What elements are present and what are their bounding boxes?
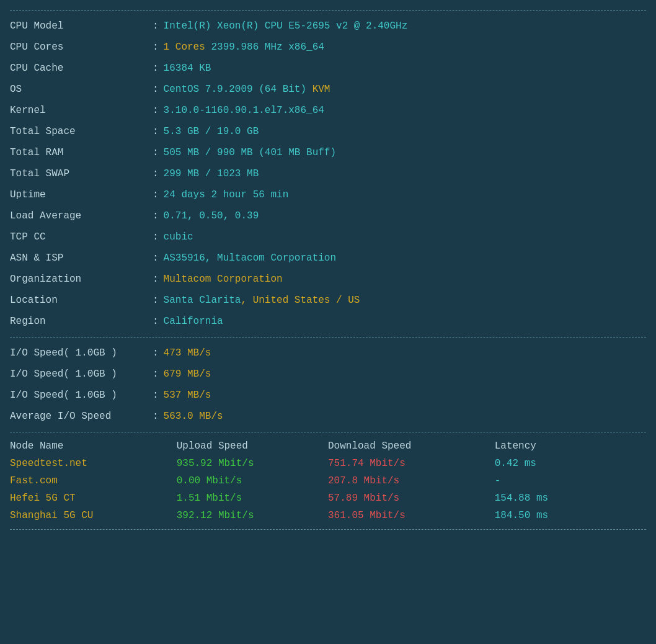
- load-average-value: 0.71, 0.50, 0.39: [164, 208, 259, 223]
- tcp-cc-row: TCP CC : cubic: [10, 226, 646, 248]
- io-speed-2-row: I/O Speed( 1.0GB ) : 679 MB/s: [10, 364, 646, 385]
- upload-speedtest: 935.92 Mbit/s: [177, 455, 328, 472]
- upload-fastcom: 0.00 Mbit/s: [177, 472, 328, 490]
- network-table-header: Node Name Upload Speed Download Speed La…: [10, 437, 646, 455]
- organization-colon: :: [153, 272, 159, 287]
- avg-io-speed-colon: :: [153, 409, 159, 424]
- os-label: OS: [10, 82, 153, 97]
- divider-1: [10, 337, 646, 338]
- region-label: Region: [10, 314, 153, 329]
- io-speed-1-label: I/O Speed( 1.0GB ): [10, 346, 153, 360]
- header-download: Download Speed: [328, 437, 495, 455]
- uptime-value: 24 days 2 hour 56 min: [164, 187, 289, 202]
- kernel-value: 3.10.0-1160.90.1.el7.x86_64: [164, 103, 324, 118]
- total-ram-value: 505 MB / 990 MB (401 MB Buff): [164, 145, 336, 160]
- location-country: , United States / US: [241, 293, 360, 308]
- io-speed-1-colon: :: [153, 346, 159, 360]
- organization-label: Organization: [10, 272, 153, 287]
- latency-shanghai: 184.50 ms: [495, 507, 646, 524]
- total-space-label: Total Space: [10, 124, 153, 139]
- tcp-cc-label: TCP CC: [10, 230, 153, 244]
- asn-isp-row: ASN & ISP : AS35916, Multacom Corporatio…: [10, 248, 646, 269]
- organization-value: Multacom Corporation: [164, 272, 283, 287]
- node-fastcom: Fast.com: [10, 472, 177, 490]
- load-average-label: Load Average: [10, 208, 153, 223]
- cpu-cache-label: CPU Cache: [10, 61, 153, 76]
- cpu-model-row: CPU Model : Intel(R) Xeon(R) CPU E5-2695…: [10, 16, 646, 37]
- asn-isp-value: AS35916, Multacom Corporation: [164, 251, 336, 266]
- avg-io-speed-value: 563.0 MB/s: [164, 409, 223, 424]
- network-row-shanghai: Shanghai 5G CU 392.12 Mbit/s 361.05 Mbit…: [10, 507, 646, 524]
- cpu-cores-label: CPU Cores: [10, 40, 153, 55]
- kernel-row: Kernel : 3.10.0-1160.90.1.el7.x86_64: [10, 100, 646, 121]
- total-ram-colon: :: [153, 145, 159, 160]
- network-section: Node Name Upload Speed Download Speed La…: [10, 437, 646, 524]
- cpu-cores-freq: 2399.986 MHz x86_64: [205, 40, 324, 55]
- io-speed-1-value: 473 MB/s: [164, 346, 211, 360]
- total-swap-colon: :: [153, 166, 159, 181]
- total-space-value: 5.3 GB / 19.0 GB: [164, 124, 259, 139]
- tcp-cc-colon: :: [153, 230, 159, 244]
- network-table: Node Name Upload Speed Download Speed La…: [10, 437, 646, 524]
- asn-isp-colon: :: [153, 251, 159, 266]
- load-average-row: Load Average : 0.71, 0.50, 0.39: [10, 205, 646, 226]
- upload-hefei: 1.51 Mbit/s: [177, 490, 328, 507]
- download-hefei: 57.89 Mbit/s: [328, 490, 495, 507]
- latency-fastcom: -: [495, 472, 646, 490]
- io-speed-3-label: I/O Speed( 1.0GB ): [10, 388, 153, 403]
- cpu-model-label: CPU Model: [10, 19, 153, 34]
- avg-io-speed-label: Average I/O Speed: [10, 409, 153, 424]
- cpu-cores-num: 1 Cores: [164, 40, 205, 55]
- divider-2: [10, 432, 646, 432]
- main-container: CPU Model : Intel(R) Xeon(R) CPU E5-2695…: [0, 0, 656, 540]
- os-value: CentOS 7.9.2009 (64 Bit): [164, 82, 312, 97]
- io-speed-section: I/O Speed( 1.0GB ) : 473 MB/s I/O Speed(…: [10, 342, 646, 427]
- download-fastcom: 207.8 Mbit/s: [328, 472, 495, 490]
- region-row: Region : California: [10, 311, 646, 332]
- tcp-cc-value: cubic: [164, 230, 193, 244]
- total-swap-label: Total SWAP: [10, 166, 153, 181]
- network-row-speedtest: Speedtest.net 935.92 Mbit/s 751.74 Mbit/…: [10, 455, 646, 472]
- region-colon: :: [153, 314, 159, 329]
- system-info-section: CPU Model : Intel(R) Xeon(R) CPU E5-2695…: [10, 16, 646, 332]
- organization-row: Organization : Multacom Corporation: [10, 269, 646, 290]
- avg-io-speed-row: Average I/O Speed : 563.0 MB/s: [10, 406, 646, 427]
- location-label: Location: [10, 293, 153, 308]
- load-average-colon: :: [153, 208, 159, 223]
- uptime-colon: :: [153, 187, 159, 202]
- node-speedtest: Speedtest.net: [10, 455, 177, 472]
- total-ram-label: Total RAM: [10, 145, 153, 160]
- location-row: Location : Santa Clarita , United States…: [10, 290, 646, 311]
- io-speed-2-label: I/O Speed( 1.0GB ): [10, 367, 153, 382]
- total-swap-row: Total SWAP : 299 MB / 1023 MB: [10, 163, 646, 184]
- kernel-colon: :: [153, 103, 159, 118]
- total-space-colon: :: [153, 124, 159, 139]
- download-speedtest: 751.74 Mbit/s: [328, 455, 495, 472]
- cpu-cores-colon: :: [153, 40, 159, 55]
- io-speed-3-colon: :: [153, 388, 159, 403]
- cpu-model-value: Intel(R) Xeon(R) CPU E5-2695 v2 @ 2.40GH…: [164, 19, 408, 34]
- network-row-fastcom: Fast.com 0.00 Mbit/s 207.8 Mbit/s -: [10, 472, 646, 490]
- location-colon: :: [153, 293, 159, 308]
- node-shanghai: Shanghai 5G CU: [10, 507, 177, 524]
- io-speed-3-row: I/O Speed( 1.0GB ) : 537 MB/s: [10, 385, 646, 406]
- cpu-cache-value: 16384 KB: [164, 61, 211, 76]
- cpu-cache-colon: :: [153, 61, 159, 76]
- latency-hefei: 154.88 ms: [495, 490, 646, 507]
- download-shanghai: 361.05 Mbit/s: [328, 507, 495, 524]
- cpu-cache-row: CPU Cache : 16384 KB: [10, 58, 646, 79]
- os-row: OS : CentOS 7.9.2009 (64 Bit) KVM: [10, 79, 646, 100]
- latency-speedtest: 0.42 ms: [495, 455, 646, 472]
- header-upload: Upload Speed: [177, 437, 328, 455]
- io-speed-3-value: 537 MB/s: [164, 388, 211, 403]
- location-city: Santa Clarita: [164, 293, 241, 308]
- network-row-hefei: Hefei 5G CT 1.51 Mbit/s 57.89 Mbit/s 154…: [10, 490, 646, 507]
- header-node: Node Name: [10, 437, 177, 455]
- kernel-label: Kernel: [10, 103, 153, 118]
- os-colon: :: [153, 82, 159, 97]
- os-kvm: KVM: [312, 82, 330, 97]
- cpu-model-colon: :: [153, 19, 159, 34]
- top-divider: [10, 10, 646, 11]
- io-speed-2-colon: :: [153, 367, 159, 382]
- uptime-label: Uptime: [10, 187, 153, 202]
